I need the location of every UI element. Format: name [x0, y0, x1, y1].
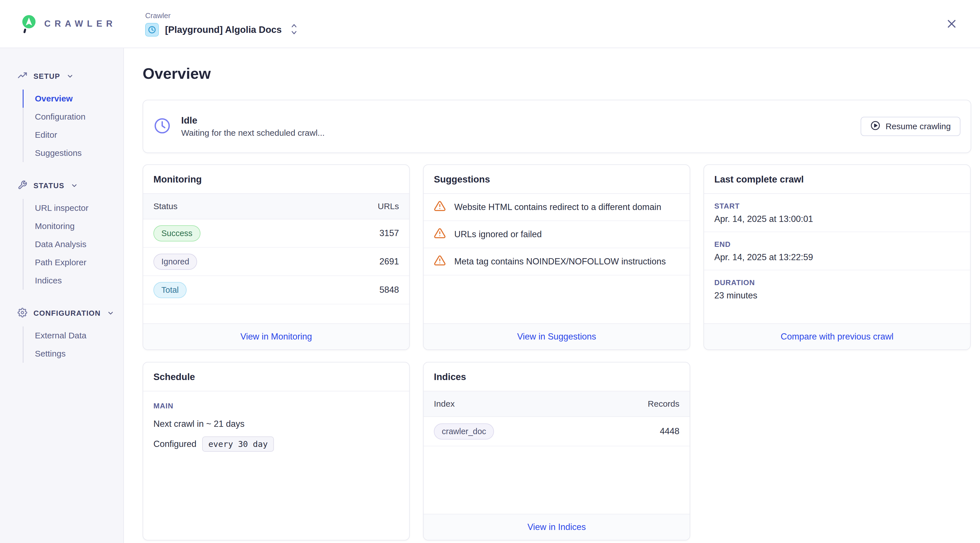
sidebar-item-overview[interactable]: Overview — [24, 90, 123, 108]
sidebar-section-configuration-header[interactable]: CONFIGURATION — [0, 306, 123, 320]
section-label: STATUS — [33, 181, 64, 190]
column-index: Index — [434, 399, 455, 409]
warning-triangle-icon — [434, 254, 446, 269]
sidebar: SETUP Overview Configuration Editor Sugg… — [0, 48, 124, 543]
status-banner: Idle Waiting for the next scheduled craw… — [143, 100, 971, 153]
sidebar-section-status: STATUS URL inspector Monitoring Data Ana… — [0, 179, 123, 290]
column-records: Records — [648, 399, 679, 409]
crawler-logo-icon — [21, 14, 37, 33]
compare-previous-crawl-link[interactable]: Compare with previous crawl — [781, 332, 894, 342]
brand-name: CRAWLER — [44, 19, 116, 29]
table-row: Ignored 2691 — [143, 248, 409, 276]
indices-table-header: Index Records — [424, 391, 690, 417]
sidebar-item-path-explorer[interactable]: Path Explorer — [24, 253, 123, 272]
monitoring-table-header: Status URLs — [143, 194, 409, 219]
indices-card: Indices Index Records crawler_doc 4448 V… — [423, 362, 690, 540]
sidebar-item-data-analysis[interactable]: Data Analysis — [24, 235, 123, 253]
start-label: START — [714, 202, 960, 211]
schedule-card-title: Schedule — [143, 362, 409, 391]
last-crawl-duration: DURATION 23 minutes — [704, 270, 970, 308]
crawler-status-detail: Waiting for the next scheduled crawl... — [181, 128, 325, 138]
index-name-badge[interactable]: crawler_doc — [434, 423, 494, 440]
monitoring-card: Monitoring Status URLs Success 3157 Igno… — [143, 164, 410, 350]
column-status: Status — [153, 202, 178, 211]
duration-label: DURATION — [714, 278, 960, 287]
sidebar-item-configuration[interactable]: Configuration — [24, 108, 123, 126]
warning-triangle-icon — [434, 200, 446, 214]
urls-count: 5848 — [379, 285, 399, 295]
last-crawl-card-title: Last complete crawl — [704, 165, 970, 194]
sidebar-section-setup-header[interactable]: SETUP — [0, 70, 123, 83]
brand: CRAWLER — [0, 14, 124, 33]
indices-card-title: Indices — [424, 362, 690, 391]
monitoring-card-title: Monitoring — [143, 165, 409, 194]
last-crawl-start: START Apr. 14, 2025 at 13:00:01 — [704, 194, 970, 232]
suggestions-card-footer: View in Suggestions — [424, 323, 690, 349]
sidebar-section-configuration: CONFIGURATION External Data Settings — [0, 306, 123, 363]
view-in-indices-link[interactable]: View in Indices — [527, 522, 586, 532]
schedule-group-label: MAIN — [153, 402, 399, 410]
view-in-monitoring-link[interactable]: View in Monitoring — [240, 332, 312, 342]
crawler-name: [Playground] Algolia Docs — [165, 24, 282, 35]
chevron-down-icon — [107, 310, 114, 317]
crawler-clock-icon — [145, 23, 159, 37]
suggestion-text: Website HTML contains redirect to a diff… — [454, 202, 661, 212]
sidebar-item-external-data[interactable]: External Data — [24, 327, 123, 345]
start-value: Apr. 14, 2025 at 13:00:01 — [714, 214, 960, 224]
sidebar-item-indices[interactable]: Indices — [24, 272, 123, 290]
status-badge-ignored: Ignored — [153, 254, 197, 270]
wrench-icon — [18, 180, 27, 191]
table-row: Total 5848 — [143, 276, 409, 304]
table-row: Success 3157 — [143, 219, 409, 248]
sidebar-item-suggestions[interactable]: Suggestions — [24, 144, 123, 162]
status-badge-success: Success — [153, 225, 200, 241]
indices-card-footer: View in Indices — [424, 514, 690, 540]
top-bar: CRAWLER Crawler [Playground] Algolia Doc… — [0, 0, 980, 48]
view-in-suggestions-link[interactable]: View in Suggestions — [517, 332, 597, 342]
records-count: 4448 — [660, 426, 679, 437]
urls-count: 3157 — [379, 228, 399, 238]
gear-icon — [18, 308, 27, 319]
crawler-status: Idle — [181, 115, 325, 126]
table-row: crawler_doc 4448 — [424, 417, 690, 446]
duration-value: 23 minutes — [714, 291, 960, 301]
suggestion-item[interactable]: Meta tag contains NOINDEX/NOFOLLOW instr… — [424, 248, 690, 275]
end-label: END — [714, 240, 960, 249]
column-urls: URLs — [378, 202, 399, 211]
resume-crawling-button[interactable]: Resume crawling — [861, 117, 961, 136]
sidebar-item-settings[interactable]: Settings — [24, 345, 123, 363]
sidebar-section-status-header[interactable]: STATUS — [0, 179, 123, 192]
monitoring-card-footer: View in Monitoring — [143, 323, 409, 349]
suggestion-text: Meta tag contains NOINDEX/NOFOLLOW instr… — [454, 256, 666, 267]
page-title: Overview — [143, 65, 971, 82]
last-crawl-end: END Apr. 14, 2025 at 13:22:59 — [704, 232, 970, 270]
last-crawl-card: Last complete crawl START Apr. 14, 2025 … — [703, 164, 970, 350]
sidebar-item-monitoring[interactable]: Monitoring — [24, 217, 123, 235]
section-label: SETUP — [33, 72, 60, 81]
main-content: Overview Idle Waiting for the next sched… — [124, 48, 980, 543]
sidebar-item-editor[interactable]: Editor — [24, 126, 123, 144]
breadcrumb: Crawler [Playground] Algolia Docs — [145, 11, 298, 37]
end-value: Apr. 14, 2025 at 13:22:59 — [714, 252, 960, 262]
last-crawl-card-footer: Compare with previous crawl — [704, 323, 970, 349]
status-badge-total: Total — [153, 282, 186, 298]
section-label: CONFIGURATION — [33, 309, 101, 318]
configured-label: Configured — [153, 439, 197, 449]
next-crawl-text: Next crawl in ~ 21 days — [153, 419, 399, 429]
warning-triangle-icon — [434, 227, 446, 241]
suggestion-item[interactable]: Website HTML contains redirect to a diff… — [424, 194, 690, 221]
breadcrumb-label: Crawler — [145, 11, 298, 20]
suggestion-item[interactable]: URLs ignored or failed — [424, 221, 690, 248]
suggestions-card-title: Suggestions — [424, 165, 690, 194]
schedule-interval-chip: every 30 day — [202, 437, 274, 452]
trending-up-icon — [18, 71, 27, 82]
crawler-selector[interactable]: [Playground] Algolia Docs — [145, 23, 298, 37]
clock-icon — [153, 117, 171, 136]
play-circle-icon — [870, 121, 880, 133]
suggestions-card: Suggestions Website HTML contains redire… — [423, 164, 690, 350]
close-icon[interactable] — [944, 16, 959, 32]
sidebar-item-url-inspector[interactable]: URL inspector — [24, 199, 123, 217]
sidebar-section-setup: SETUP Overview Configuration Editor Sugg… — [0, 70, 123, 162]
resume-crawling-label: Resume crawling — [886, 122, 951, 131]
chevron-updown-icon[interactable] — [290, 23, 298, 37]
